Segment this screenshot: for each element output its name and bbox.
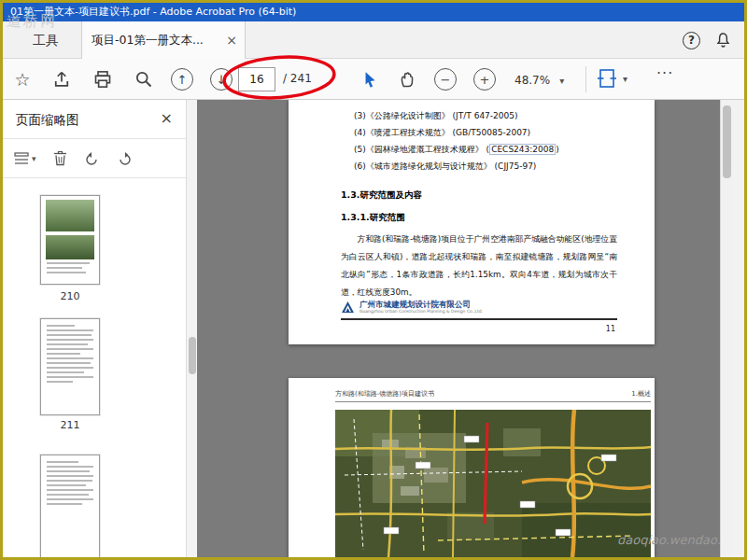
tabbar-right-group: ? [683, 21, 731, 59]
footer-company-name: 广州市城建规划设计院有限公司 [359, 300, 483, 309]
thumbnail-list: 210 211 [3, 178, 186, 557]
thumbnail-photo [46, 235, 94, 259]
thumbnail-page-label: 211 [40, 419, 100, 431]
reference-item: (5)《园林绿地灌溉工程技术规程》 (CECS243:2008) [354, 141, 617, 158]
title-bar: 01第一册文本-项目建议书.pdf - Adobe Acrobat Pro (6… [3, 3, 744, 21]
document-page: 方和路(和瑞路-镜塘路)项目建议书 1.概述 [289, 378, 655, 557]
footer-company-name-en: Guangzhou Urban Construction Planning & … [359, 309, 483, 315]
thumbnail-photo [46, 200, 94, 231]
page-number: 11 [606, 325, 615, 333]
toolbar-divider [585, 66, 586, 92]
rotate-left-icon [84, 151, 100, 166]
body-paragraph: 方和路(和瑞路-镜塘路)项目位于广州空港南部产城融合动能区(地理位置为白云区人和… [341, 231, 617, 301]
sidebar-scrollbar-thumb[interactable] [189, 337, 196, 374]
tab-tools-label: 工具 [33, 33, 59, 48]
chevron-down-icon: ▾ [559, 76, 564, 86]
map-figure [335, 410, 651, 557]
header-chapter: 1.概述 [631, 389, 651, 399]
previous-page-button[interactable]: ↑ [171, 68, 193, 91]
zoom-level-dropdown[interactable]: 48.7% ▾ [511, 70, 568, 91]
thumbnail-page-210[interactable] [40, 195, 100, 285]
bell-icon [715, 32, 731, 49]
panel-toolbar: ▾ [3, 139, 186, 178]
page-fit-icon [597, 67, 617, 90]
panel-close-icon[interactable]: × [161, 109, 173, 127]
panel-header: 页面缩略图 × [3, 100, 186, 139]
zoom-out-button[interactable]: − [434, 68, 457, 91]
arrow-up-icon: ↑ [177, 73, 188, 87]
ellipsis-icon: ··· [656, 64, 673, 82]
rotate-right-icon [117, 151, 133, 166]
thumbnails-panel: 页面缩略图 × ▾ [3, 100, 186, 557]
star-icon: ☆ [14, 69, 30, 90]
options-icon [14, 152, 29, 165]
main-toolbar: ☆ ↑ ↓ / 241 [3, 59, 744, 100]
page-footer: 广州市城建规划设计院有限公司 Guangzhou Urban Construct… [341, 300, 617, 320]
tab-close-icon[interactable]: × [226, 33, 237, 48]
delete-page-button[interactable] [53, 150, 67, 166]
reference-item: (3)《公路绿化设计制图》 (JT/T 647-2005) [354, 107, 617, 124]
reference-item: (6)《城市道路绿化规划与设计规范》 (CJJ75-97) [354, 158, 617, 175]
acrobat-window: 01第一册文本-项目建议书.pdf - Adobe Acrobat Pro (6… [0, 0, 747, 560]
page-display-dropdown[interactable]: ▾ [597, 67, 627, 90]
rotate-right-button[interactable] [117, 151, 133, 166]
thumbnail-page-label: 210 [40, 290, 100, 302]
rotate-left-button[interactable] [84, 151, 100, 166]
company-logo-icon [341, 301, 355, 315]
thumbnail-page-next[interactable] [40, 455, 100, 557]
annotation-ellipse [218, 49, 340, 106]
share-button[interactable] [49, 67, 74, 91]
reference-item: (4)《喷灌工程技术规范》 (GB/T50085-2007) [354, 124, 617, 141]
plus-icon: + [480, 73, 490, 87]
notifications-button[interactable] [715, 32, 731, 49]
trash-icon [53, 150, 67, 166]
question-icon: ? [688, 34, 695, 47]
select-tool-button[interactable] [358, 67, 382, 91]
subsection-heading: 1.3.1.研究范围 [341, 212, 405, 224]
reference-list: (3)《公路绿化设计制图》 (JT/T 647-2005) (4)《喷灌工程技术… [354, 107, 617, 175]
thumbnail-page-211[interactable] [40, 318, 100, 415]
print-button[interactable] [91, 67, 115, 91]
tab-document[interactable]: 项目-01第一册文本... × [81, 21, 246, 59]
more-tools-button[interactable]: ··· [656, 64, 673, 82]
document-scrollbar-thumb[interactable] [723, 105, 731, 178]
tab-document-label: 项目-01第一册文本... [92, 33, 220, 49]
minus-icon: − [441, 73, 451, 87]
search-icon [134, 70, 153, 89]
chevron-down-icon: ▾ [32, 154, 36, 163]
zoom-in-button[interactable]: + [473, 68, 496, 91]
page-header: 方和路(和瑞路-镜塘路)项目建议书 1.概述 [335, 389, 651, 402]
help-button[interactable]: ? [683, 32, 700, 49]
favorites-button[interactable]: ☆ [10, 67, 35, 91]
cursor-icon [360, 70, 379, 89]
tab-bar: 工具 项目-01第一册文本... × ? [3, 21, 744, 59]
chevron-down-icon: ▾ [623, 74, 627, 84]
watermark-bottom-right: daoqiao.wendao. [617, 533, 721, 547]
sidebar-scrollbar[interactable] [186, 100, 197, 557]
zoom-level-value: 48.7% [514, 74, 550, 87]
print-icon [93, 70, 112, 89]
hand-tool-button[interactable] [395, 67, 419, 91]
header-document-title: 方和路(和瑞路-镜塘路)项目建议书 [335, 389, 434, 399]
document-scrollbar[interactable] [720, 100, 732, 557]
thumbnail-options-button[interactable]: ▾ [14, 152, 36, 165]
satellite-map [335, 410, 651, 557]
section-heading: 1.3.研究范围及内容 [341, 189, 422, 202]
search-button[interactable] [132, 67, 156, 91]
panel-title: 页面缩略图 [16, 112, 79, 129]
watermark-top-left: 道桥网 [7, 12, 57, 32]
highlighted-field: CECS243:2008 [489, 144, 556, 155]
document-page: (3)《公路绿化设计制图》 (JT/T 647-2005) (4)《喷灌工程技术… [289, 100, 655, 344]
share-icon [52, 70, 71, 89]
workspace: 页面缩略图 × ▾ [3, 100, 744, 557]
document-canvas: (3)《公路绿化设计制图》 (JT/T 647-2005) (4)《喷灌工程技术… [197, 100, 732, 557]
hand-icon [398, 70, 416, 89]
